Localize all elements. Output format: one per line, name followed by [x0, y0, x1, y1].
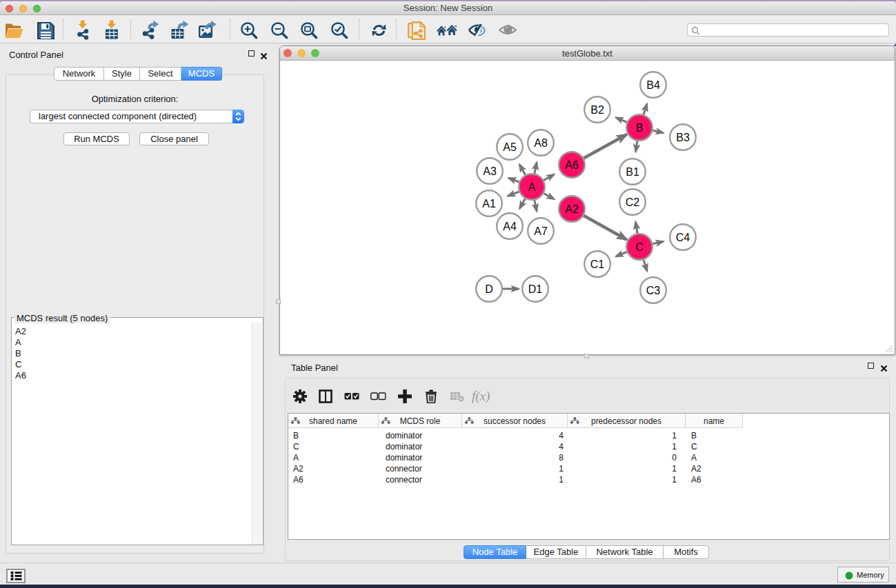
- svg-text:A1: A1: [482, 198, 496, 210]
- svg-text:D1: D1: [528, 283, 543, 295]
- svg-text:A3: A3: [483, 165, 497, 177]
- svg-text:A8: A8: [534, 137, 548, 149]
- svg-text:A4: A4: [503, 221, 517, 232]
- svg-text:A2: A2: [565, 203, 579, 215]
- svg-text:C1: C1: [590, 258, 605, 270]
- svg-text:A5: A5: [503, 141, 517, 153]
- svg-text:C: C: [635, 241, 644, 253]
- svg-text:C3: C3: [646, 285, 661, 296]
- svg-text:B: B: [636, 122, 644, 134]
- svg-text:A7: A7: [534, 225, 548, 237]
- svg-text:B1: B1: [626, 166, 639, 178]
- svg-text:B2: B2: [590, 104, 604, 116]
- svg-text:B4: B4: [646, 79, 660, 91]
- svg-text:A: A: [528, 181, 536, 193]
- svg-text:C4: C4: [676, 232, 690, 243]
- svg-text:A6: A6: [565, 159, 579, 171]
- svg-text:D: D: [485, 283, 493, 295]
- svg-text:C2: C2: [626, 196, 640, 208]
- svg-text:B3: B3: [676, 132, 690, 143]
